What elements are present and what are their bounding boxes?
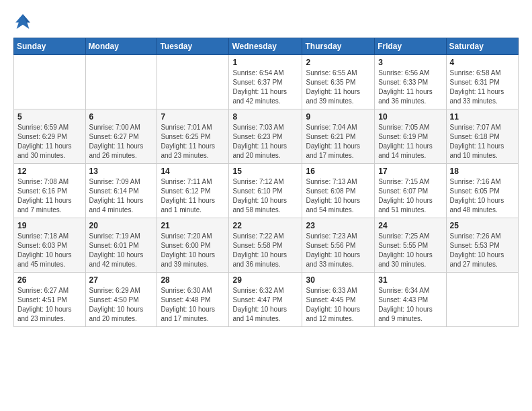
calendar-cell: 6Sunrise: 7:00 AM Sunset: 6:27 PM Daylig… — [85, 109, 157, 164]
weekday-header-wednesday: Wednesday — [229, 38, 302, 55]
calendar-cell: 5Sunrise: 6:59 AM Sunset: 6:29 PM Daylig… — [14, 109, 86, 164]
day-number: 28 — [161, 275, 225, 285]
calendar-week-row: 1Sunrise: 6:54 AM Sunset: 6:37 PM Daylig… — [14, 55, 519, 109]
calendar-cell: 12Sunrise: 7:08 AM Sunset: 6:16 PM Dayli… — [14, 164, 86, 218]
calendar-cell: 28Sunrise: 6:30 AM Sunset: 4:48 PM Dayli… — [157, 273, 229, 327]
calendar-cell: 23Sunrise: 7:23 AM Sunset: 5:56 PM Dayli… — [302, 218, 375, 273]
day-info: Sunrise: 7:12 AM Sunset: 6:10 PM Dayligh… — [232, 177, 298, 215]
calendar-cell: 2Sunrise: 6:55 AM Sunset: 6:35 PM Daylig… — [302, 55, 375, 109]
day-number: 30 — [306, 275, 371, 285]
weekday-header-friday: Friday — [375, 38, 446, 55]
logo-icon — [13, 12, 32, 31]
calendar-cell: 22Sunrise: 7:22 AM Sunset: 5:58 PM Dayli… — [229, 218, 302, 273]
day-number: 31 — [378, 275, 442, 285]
calendar-cell: 27Sunrise: 6:29 AM Sunset: 4:50 PM Dayli… — [85, 273, 157, 327]
calendar-cell — [85, 55, 157, 109]
calendar-cell: 4Sunrise: 6:58 AM Sunset: 6:31 PM Daylig… — [446, 55, 518, 109]
day-number: 16 — [306, 167, 371, 176]
day-info: Sunrise: 7:19 AM Sunset: 6:01 PM Dayligh… — [89, 232, 154, 269]
day-number: 2 — [306, 58, 371, 67]
day-number: 27 — [89, 275, 154, 285]
day-number: 24 — [378, 221, 442, 230]
calendar-cell: 25Sunrise: 7:26 AM Sunset: 5:53 PM Dayli… — [446, 218, 518, 273]
day-number: 17 — [378, 167, 442, 176]
calendar-cell: 24Sunrise: 7:25 AM Sunset: 5:55 PM Dayli… — [375, 218, 446, 273]
day-number: 25 — [450, 221, 515, 230]
calendar-cell — [446, 273, 518, 327]
day-info: Sunrise: 7:00 AM Sunset: 6:27 PM Dayligh… — [89, 123, 154, 161]
day-number: 5 — [17, 112, 82, 122]
weekday-header-monday: Monday — [85, 38, 157, 55]
calendar-week-row: 5Sunrise: 6:59 AM Sunset: 6:29 PM Daylig… — [14, 109, 519, 164]
day-info: Sunrise: 6:55 AM Sunset: 6:35 PM Dayligh… — [306, 68, 371, 106]
calendar-table: SundayMondayTuesdayWednesdayThursdayFrid… — [13, 38, 519, 327]
calendar-cell: 10Sunrise: 7:05 AM Sunset: 6:19 PM Dayli… — [375, 109, 446, 164]
day-info: Sunrise: 7:07 AM Sunset: 6:18 PM Dayligh… — [450, 123, 515, 161]
day-number: 9 — [306, 112, 371, 122]
day-number: 14 — [161, 167, 225, 176]
day-number: 11 — [450, 112, 515, 122]
day-info: Sunrise: 6:58 AM Sunset: 6:31 PM Dayligh… — [450, 68, 515, 106]
day-number: 26 — [17, 275, 82, 285]
day-info: Sunrise: 6:34 AM Sunset: 4:43 PM Dayligh… — [378, 286, 442, 324]
calendar-cell: 9Sunrise: 7:04 AM Sunset: 6:21 PM Daylig… — [302, 109, 375, 164]
day-info: Sunrise: 7:11 AM Sunset: 6:12 PM Dayligh… — [161, 177, 225, 215]
day-info: Sunrise: 6:59 AM Sunset: 6:29 PM Dayligh… — [17, 123, 82, 161]
day-info: Sunrise: 7:23 AM Sunset: 5:56 PM Dayligh… — [306, 232, 371, 269]
calendar-cell: 20Sunrise: 7:19 AM Sunset: 6:01 PM Dayli… — [85, 218, 157, 273]
calendar-cell: 21Sunrise: 7:20 AM Sunset: 6:00 PM Dayli… — [157, 218, 229, 273]
day-number: 15 — [232, 167, 298, 176]
header — [13, 12, 519, 31]
day-info: Sunrise: 6:56 AM Sunset: 6:33 PM Dayligh… — [378, 68, 442, 106]
day-info: Sunrise: 7:26 AM Sunset: 5:53 PM Dayligh… — [450, 232, 515, 269]
day-info: Sunrise: 7:03 AM Sunset: 6:23 PM Dayligh… — [232, 123, 298, 161]
day-info: Sunrise: 7:20 AM Sunset: 6:00 PM Dayligh… — [161, 232, 225, 269]
day-info: Sunrise: 7:08 AM Sunset: 6:16 PM Dayligh… — [17, 177, 82, 215]
weekday-header-thursday: Thursday — [302, 38, 375, 55]
calendar-cell: 30Sunrise: 6:33 AM Sunset: 4:45 PM Dayli… — [302, 273, 375, 327]
calendar-cell: 7Sunrise: 7:01 AM Sunset: 6:25 PM Daylig… — [157, 109, 229, 164]
logo — [13, 12, 35, 31]
calendar-cell: 19Sunrise: 7:18 AM Sunset: 6:03 PM Dayli… — [14, 218, 86, 273]
day-number: 19 — [17, 221, 82, 230]
day-number: 21 — [161, 221, 225, 230]
day-number: 22 — [232, 221, 298, 230]
calendar-cell: 16Sunrise: 7:13 AM Sunset: 6:08 PM Dayli… — [302, 164, 375, 218]
day-number: 7 — [161, 112, 225, 122]
calendar-cell: 29Sunrise: 6:32 AM Sunset: 4:47 PM Dayli… — [229, 273, 302, 327]
day-info: Sunrise: 7:09 AM Sunset: 6:14 PM Dayligh… — [89, 177, 154, 215]
day-number: 12 — [17, 167, 82, 176]
day-number: 1 — [232, 58, 298, 67]
day-number: 8 — [232, 112, 298, 122]
day-info: Sunrise: 7:05 AM Sunset: 6:19 PM Dayligh… — [378, 123, 442, 161]
day-number: 6 — [89, 112, 154, 122]
calendar-cell: 17Sunrise: 7:15 AM Sunset: 6:07 PM Dayli… — [375, 164, 446, 218]
calendar-week-row: 12Sunrise: 7:08 AM Sunset: 6:16 PM Dayli… — [14, 164, 519, 218]
calendar-cell: 8Sunrise: 7:03 AM Sunset: 6:23 PM Daylig… — [229, 109, 302, 164]
calendar-cell: 3Sunrise: 6:56 AM Sunset: 6:33 PM Daylig… — [375, 55, 446, 109]
calendar-cell: 13Sunrise: 7:09 AM Sunset: 6:14 PM Dayli… — [85, 164, 157, 218]
day-number: 4 — [450, 58, 515, 67]
day-info: Sunrise: 7:25 AM Sunset: 5:55 PM Dayligh… — [378, 232, 442, 269]
calendar-cell: 18Sunrise: 7:16 AM Sunset: 6:05 PM Dayli… — [446, 164, 518, 218]
day-info: Sunrise: 6:54 AM Sunset: 6:37 PM Dayligh… — [232, 68, 298, 106]
day-number: 13 — [89, 167, 154, 176]
calendar-cell: 15Sunrise: 7:12 AM Sunset: 6:10 PM Dayli… — [229, 164, 302, 218]
day-info: Sunrise: 7:15 AM Sunset: 6:07 PM Dayligh… — [378, 177, 442, 215]
calendar-cell: 11Sunrise: 7:07 AM Sunset: 6:18 PM Dayli… — [446, 109, 518, 164]
day-info: Sunrise: 7:01 AM Sunset: 6:25 PM Dayligh… — [161, 123, 225, 161]
weekday-header-saturday: Saturday — [446, 38, 518, 55]
day-info: Sunrise: 6:33 AM Sunset: 4:45 PM Dayligh… — [306, 286, 371, 324]
day-info: Sunrise: 6:29 AM Sunset: 4:50 PM Dayligh… — [89, 286, 154, 324]
day-info: Sunrise: 7:13 AM Sunset: 6:08 PM Dayligh… — [306, 177, 371, 215]
day-number: 20 — [89, 221, 154, 230]
day-info: Sunrise: 6:27 AM Sunset: 4:51 PM Dayligh… — [17, 286, 82, 324]
day-number: 23 — [306, 221, 371, 230]
day-info: Sunrise: 6:30 AM Sunset: 4:48 PM Dayligh… — [161, 286, 225, 324]
day-info: Sunrise: 7:16 AM Sunset: 6:05 PM Dayligh… — [450, 177, 515, 215]
calendar-week-row: 19Sunrise: 7:18 AM Sunset: 6:03 PM Dayli… — [14, 218, 519, 273]
calendar-cell — [157, 55, 229, 109]
calendar-cell — [14, 55, 86, 109]
calendar-cell: 1Sunrise: 6:54 AM Sunset: 6:37 PM Daylig… — [229, 55, 302, 109]
day-info: Sunrise: 6:32 AM Sunset: 4:47 PM Dayligh… — [232, 286, 298, 324]
